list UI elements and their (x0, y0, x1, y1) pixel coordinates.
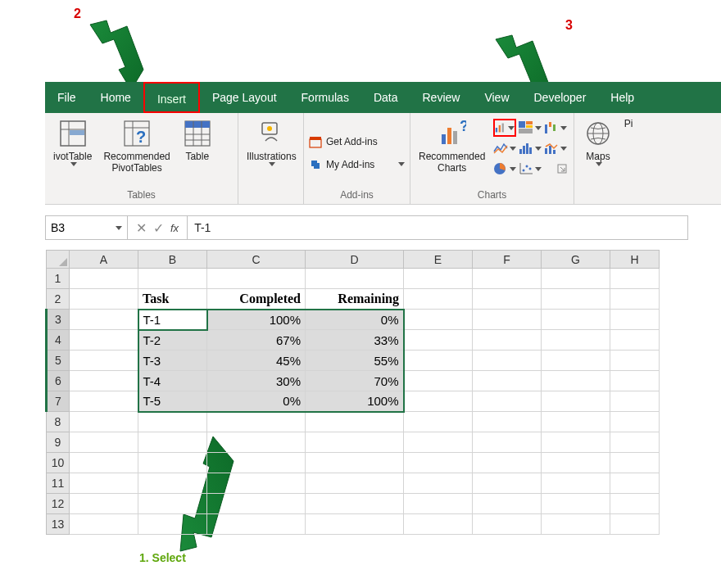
chart-launcher[interactable] (544, 160, 567, 178)
cell-C6[interactable]: 30% (207, 371, 306, 391)
fx-icon[interactable]: fx (170, 222, 179, 234)
cell-D7[interactable]: 100% (306, 391, 404, 412)
cell-A9[interactable] (70, 432, 138, 453)
cell-F9[interactable] (473, 432, 542, 453)
cell-G7[interactable] (542, 391, 610, 412)
cell-F13[interactable] (473, 514, 542, 535)
cell-E8[interactable] (404, 412, 473, 432)
cell-C11[interactable] (207, 473, 306, 494)
cell-A4[interactable] (70, 330, 138, 351)
maps-button[interactable]: Maps (579, 116, 617, 188)
cell-H9[interactable] (610, 432, 660, 453)
cell-D1[interactable] (306, 269, 404, 289)
cell-B12[interactable] (138, 494, 207, 514)
cell-F10[interactable] (473, 453, 542, 473)
scatter-chart-button[interactable] (519, 160, 542, 178)
cell-E6[interactable] (404, 371, 473, 391)
cell-C7[interactable]: 0% (207, 391, 306, 412)
cell-A6[interactable] (70, 371, 138, 391)
ribbon-tab-developer[interactable]: Developer (522, 82, 599, 113)
cell-B2[interactable]: Task (138, 289, 207, 310)
cell-F2[interactable] (473, 289, 542, 310)
cell-G8[interactable] (542, 412, 610, 432)
table-button[interactable]: Table (179, 116, 216, 188)
recommended-pivottables-button[interactable]: ? Recommended PivotTables (100, 116, 173, 188)
cell-F11[interactable] (473, 473, 542, 494)
row-head-9[interactable]: 9 (47, 432, 70, 453)
ribbon-tab-pagelayout[interactable]: Page Layout (200, 82, 289, 113)
illustrations-button[interactable]: Illustrations (243, 116, 300, 188)
cell-F12[interactable] (473, 494, 542, 514)
cell-B1[interactable] (138, 269, 207, 289)
cell-B8[interactable] (138, 412, 207, 432)
ribbon-tab-insert[interactable]: Insert (143, 82, 200, 113)
pivotchart-button[interactable]: Pi (622, 116, 635, 188)
ribbon-tab-help[interactable]: Help (598, 82, 646, 113)
cell-G6[interactable] (542, 371, 610, 391)
cell-A11[interactable] (70, 473, 138, 494)
cell-C3[interactable]: 100% (207, 310, 306, 330)
my-addins-button[interactable]: My Add-ins (309, 156, 405, 173)
cell-C9[interactable] (207, 432, 306, 453)
cell-E3[interactable] (404, 310, 473, 330)
cell-E11[interactable] (404, 473, 473, 494)
formula-input[interactable]: T-1 (188, 221, 687, 234)
ribbon-tab-view[interactable]: View (472, 82, 521, 113)
cell-D3[interactable]: 0% (306, 310, 404, 330)
line-chart-button[interactable] (493, 139, 516, 157)
waterfall-chart-button[interactable] (544, 119, 567, 137)
cell-B9[interactable] (138, 432, 207, 453)
cell-H1[interactable] (610, 269, 660, 289)
cell-F4[interactable] (473, 330, 542, 351)
cell-D4[interactable]: 33% (306, 330, 404, 351)
col-head-H[interactable]: H (610, 251, 660, 269)
cell-G10[interactable] (542, 453, 610, 473)
cell-F3[interactable] (473, 310, 542, 330)
col-head-C[interactable]: C (207, 251, 306, 269)
cell-B6[interactable]: T-4 (138, 371, 207, 391)
cell-A12[interactable] (70, 494, 138, 514)
get-addins-button[interactable]: Get Add-ins (309, 133, 405, 150)
name-box[interactable]: B3 (46, 216, 128, 239)
col-head-B[interactable]: B (138, 251, 207, 269)
cell-B4[interactable]: T-2 (138, 330, 207, 351)
row-head-2[interactable]: 2 (47, 289, 70, 310)
cell-H2[interactable] (610, 289, 660, 310)
cell-H8[interactable] (610, 412, 660, 432)
combo-chart-button[interactable] (544, 139, 567, 157)
cell-C4[interactable]: 67% (207, 330, 306, 351)
cell-H4[interactable] (610, 330, 660, 351)
cancel-icon[interactable]: ✕ (136, 220, 147, 236)
cell-C2[interactable]: Completed (207, 289, 306, 310)
cell-G9[interactable] (542, 432, 610, 453)
cell-A10[interactable] (70, 453, 138, 473)
cell-E5[interactable] (404, 351, 473, 371)
ribbon-tab-formulas[interactable]: Formulas (289, 82, 361, 113)
cell-E4[interactable] (404, 330, 473, 351)
cell-B10[interactable] (138, 453, 207, 473)
cell-D6[interactable]: 70% (306, 371, 404, 391)
ribbon-tab-data[interactable]: Data (361, 82, 410, 113)
cell-H7[interactable] (610, 391, 660, 412)
cell-D9[interactable] (306, 432, 404, 453)
row-head-5[interactable]: 5 (47, 351, 70, 371)
cell-A1[interactable] (70, 269, 138, 289)
col-head-F[interactable]: F (473, 251, 542, 269)
col-head-E[interactable]: E (404, 251, 473, 269)
cell-A7[interactable] (70, 391, 138, 412)
cell-G1[interactable] (542, 269, 610, 289)
cell-H13[interactable] (610, 514, 660, 535)
ribbon-tab-review[interactable]: Review (410, 82, 473, 113)
cell-F8[interactable] (473, 412, 542, 432)
cell-C13[interactable] (207, 514, 306, 535)
cell-H6[interactable] (610, 371, 660, 391)
statistic-chart-button[interactable] (519, 139, 542, 157)
cell-B3[interactable]: T-1 (138, 310, 207, 330)
column-chart-button[interactable] (493, 119, 516, 137)
cell-D5[interactable]: 55% (306, 351, 404, 371)
row-head-12[interactable]: 12 (47, 494, 70, 514)
cell-C10[interactable] (207, 453, 306, 473)
cell-B5[interactable]: T-3 (138, 351, 207, 371)
enter-icon[interactable]: ✓ (153, 220, 164, 236)
cell-E10[interactable] (404, 453, 473, 473)
